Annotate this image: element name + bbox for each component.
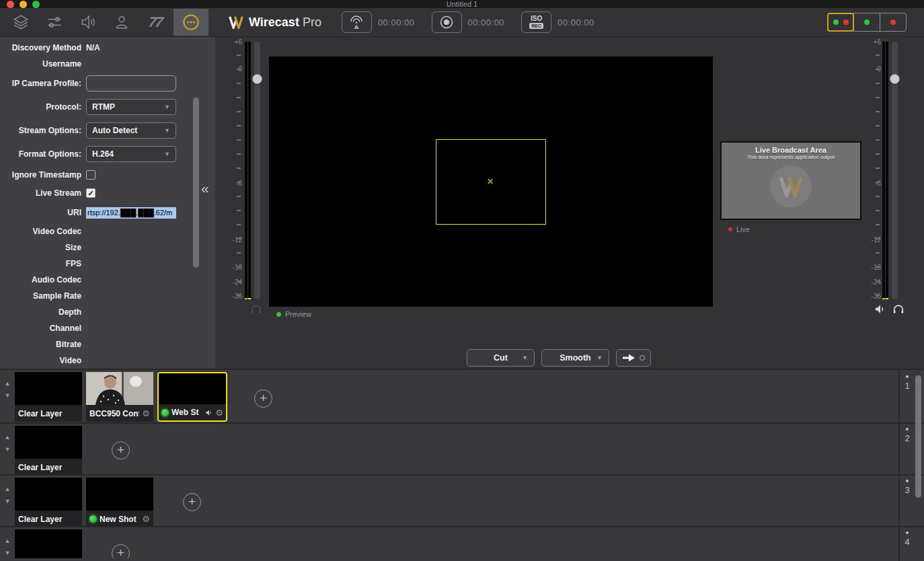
rec-badge: REC	[529, 23, 543, 29]
audio-speaker-icon[interactable]	[71, 9, 105, 36]
layer-up-button[interactable]: ▲	[5, 381, 11, 387]
shot-web-stream-selected[interactable]: Web St ⚙	[157, 372, 227, 422]
layer-row-3: ▲▼ Clear Layer New Shot ⚙ + 3	[0, 476, 924, 527]
iso-timer: 00:00:00	[557, 17, 594, 28]
uri-field[interactable]: rtsp://192.███.███.62/m	[86, 207, 176, 219]
more-settings-button[interactable]	[174, 9, 208, 36]
jersey-77-icon[interactable]: 77	[137, 9, 174, 36]
volume-slider-knob[interactable]	[252, 74, 262, 84]
source-settings-toolbar: 77	[0, 8, 215, 36]
field-label: IP Camera Profile:	[0, 79, 86, 88]
sidebar-scrollbar[interactable]	[193, 98, 199, 268]
field-label: Ignore Timestamp	[0, 170, 86, 180]
stream-button[interactable]	[342, 11, 372, 33]
add-shot-button[interactable]: +	[112, 441, 130, 459]
layers-icon[interactable]	[4, 9, 38, 36]
gear-icon[interactable]: ⚙	[142, 409, 150, 418]
chevron-down-icon: ▼	[164, 104, 170, 110]
transition-controls: Cut▼ Smooth▼	[467, 349, 651, 367]
stream-options-dropdown[interactable]: Auto Detect▼	[86, 122, 176, 139]
layer-row-1: ▲▼ Clear Layer	[0, 370, 924, 424]
shot-clear-layer[interactable]: Clear Layer	[15, 372, 82, 422]
layer-number: 1	[900, 381, 915, 391]
field-label: Bitrate	[0, 340, 86, 349]
gear-icon[interactable]: ⚙	[142, 515, 150, 523]
record-timer: 00:00:00	[468, 17, 505, 28]
layer-number: 4	[900, 537, 915, 547]
ip-camera-profile-input[interactable]	[86, 75, 176, 91]
shot-thumbnail	[15, 478, 82, 511]
transition-cut-dropdown[interactable]: Cut▼	[467, 349, 535, 367]
shot-new-shot[interactable]: New Shot ⚙	[86, 478, 153, 527]
layer-down-button[interactable]: ▼	[5, 498, 11, 504]
preview-canvas[interactable]: ✕	[269, 57, 713, 307]
document-title: Untitled 1	[0, 0, 924, 8]
selection-center-marker: ✕	[487, 177, 494, 186]
field-label: Video	[0, 356, 86, 365]
meter-bars	[882, 42, 888, 299]
presenter-icon[interactable]	[105, 9, 139, 36]
record-button[interactable]	[432, 11, 462, 33]
view-preview-only-button[interactable]	[853, 13, 880, 32]
field-label: Discovery Method	[0, 43, 86, 52]
format-options-dropdown[interactable]: H.264▼	[86, 146, 176, 162]
field-label: URI	[0, 208, 86, 217]
source-properties-panel: Discovery MethodN/A Username IP Camera P…	[0, 37, 215, 369]
layer-up-button[interactable]: ▲	[5, 486, 11, 492]
speaker-mute-icon[interactable]	[874, 303, 886, 315]
field-label: Format Options:	[0, 149, 86, 159]
field-label: Username	[0, 59, 86, 69]
layers-scrollbar[interactable]	[915, 375, 921, 498]
go-circle-icon	[640, 355, 645, 361]
add-shot-button[interactable]: +	[112, 544, 130, 558]
layer-down-button[interactable]: ▼	[5, 393, 11, 399]
field-label: Audio Codec	[0, 275, 86, 285]
field-label: Stream Options:	[0, 126, 86, 135]
layer-number: 2	[900, 433, 915, 443]
layer-up-button[interactable]: ▲	[5, 435, 11, 441]
live-stream-checkbox[interactable]: ✓	[86, 188, 95, 198]
collapse-panel-button[interactable]: «	[201, 181, 209, 196]
chevron-down-icon: ▼	[522, 354, 528, 361]
shot-thumbnail	[86, 478, 153, 511]
live-indicator-icon	[161, 409, 169, 416]
layer-down-button[interactable]: ▼	[5, 447, 11, 453]
layers-number-separator	[898, 370, 900, 561]
green-dot-icon	[864, 20, 870, 25]
shot-thumbnail	[15, 529, 82, 558]
shot-clear-layer[interactable]: Clear Layer	[15, 426, 82, 476]
speaker-icon[interactable]	[205, 409, 213, 416]
stream-timer: 00:00:00	[378, 17, 415, 28]
view-live-only-button[interactable]	[880, 13, 907, 32]
shot-clear-layer[interactable]	[15, 529, 82, 558]
layer-dot-icon	[906, 480, 909, 482]
layer-up-button[interactable]: ▲	[5, 538, 11, 544]
adjust-sliders-icon[interactable]	[38, 9, 71, 36]
view-preview-and-live-button[interactable]	[827, 13, 854, 32]
header-bar: Wirecast Pro 00:00:00 00:00:00 ISO REC 0…	[215, 8, 924, 36]
layer-down-button[interactable]: ▼	[5, 550, 11, 556]
add-shot-button[interactable]: +	[183, 493, 201, 511]
gear-icon[interactable]: ⚙	[215, 408, 223, 417]
toolbar: 77 Wirecast Pro 00:00:00 00:00:00 ISO RE…	[0, 8, 924, 37]
shot-clear-layer[interactable]: Clear Layer	[15, 478, 82, 527]
add-shot-button[interactable]: +	[254, 389, 272, 408]
shot-bcc950[interactable]: BCC950 Conf⚙	[86, 372, 153, 422]
field-label: Protocol:	[0, 102, 86, 112]
go-transition-button[interactable]	[616, 349, 651, 367]
shot-layers-panel: ▲▼ Clear Layer	[0, 369, 924, 561]
headphone-monitor-icon[interactable]	[892, 303, 904, 315]
volume-slider[interactable]	[254, 42, 260, 299]
volume-slider[interactable]	[892, 42, 898, 299]
protocol-dropdown[interactable]: RTMP▼	[86, 99, 176, 115]
wirecast-logo-icon	[229, 15, 243, 29]
app-edition: Pro	[303, 15, 321, 30]
headphone-monitor-icon[interactable]	[250, 303, 262, 315]
transition-smooth-dropdown[interactable]: Smooth▼	[541, 349, 609, 367]
iso-record-button[interactable]: ISO REC	[521, 11, 551, 33]
ignore-timestamp-checkbox[interactable]	[86, 170, 95, 180]
wirecast-window: Untitled 1 77 Wirecast	[0, 0, 924, 561]
layer-dot-icon	[906, 375, 909, 378]
chevron-down-icon: ▼	[164, 151, 170, 157]
volume-slider-knob[interactable]	[890, 74, 900, 84]
